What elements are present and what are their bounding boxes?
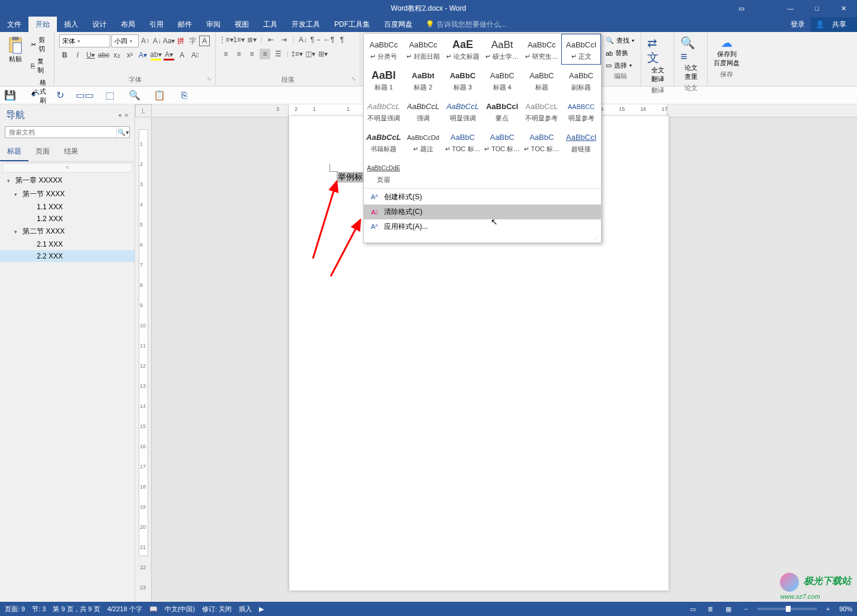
style-cell[interactable]: AaBbCcL强调 bbox=[404, 95, 443, 126]
tab-home[interactable]: 开始 bbox=[28, 17, 57, 32]
format-painter-button[interactable]: 🖌格式刷 bbox=[28, 77, 52, 106]
tab-view[interactable]: 视图 bbox=[228, 17, 256, 32]
jump-to-top[interactable]: ≡ bbox=[2, 163, 132, 173]
share-button[interactable]: 👤 共享 bbox=[811, 17, 857, 32]
status-spelling-icon[interactable]: 📖 bbox=[149, 605, 158, 613]
font-size-combo[interactable]: 小四▾ bbox=[111, 34, 139, 47]
style-cell[interactable]: AaBbCcl要点 bbox=[482, 95, 522, 126]
tree-item[interactable]: 2.2 XXX bbox=[0, 250, 135, 262]
ribbon-display-icon[interactable]: ▭ bbox=[733, 0, 750, 17]
status-section[interactable]: 节: 3 bbox=[32, 605, 46, 614]
tab-developer[interactable]: 开发工具 bbox=[284, 17, 327, 32]
style-cell[interactable]: AaBbC标题 bbox=[522, 65, 562, 95]
style-cell[interactable]: AaBbC标题 4 bbox=[482, 65, 522, 95]
status-track[interactable]: 修订: 关闭 bbox=[202, 605, 232, 614]
char-border-button[interactable]: 字 bbox=[187, 36, 198, 46]
italic-button[interactable]: I bbox=[72, 50, 83, 60]
translate-button[interactable]: ⇄文 全文 翻译 bbox=[644, 33, 671, 86]
style-cell[interactable]: AaBbCcL明显强调 bbox=[443, 95, 482, 126]
find-button[interactable]: 🔍查找▾ bbox=[605, 34, 636, 47]
style-cell[interactable]: AaBl标题 1 bbox=[364, 65, 404, 95]
tree-item[interactable]: 2.1 XXX bbox=[0, 238, 135, 250]
tab-insert[interactable]: 插入 bbox=[57, 17, 85, 32]
ruler-corner[interactable]: L bbox=[135, 104, 152, 117]
qat-icon-2[interactable]: ⬚ bbox=[104, 90, 115, 101]
enclose-char-button[interactable]: A bbox=[199, 36, 210, 46]
distribute-button[interactable]: ☰ bbox=[273, 49, 283, 59]
borders-button[interactable]: ⊞▾ bbox=[318, 49, 328, 59]
justify-button[interactable]: ≡ bbox=[260, 49, 270, 59]
style-cell[interactable]: AaE↵ 论文标题 bbox=[443, 34, 482, 65]
style-cell[interactable]: AaBbCc↵ 分类号 bbox=[364, 34, 404, 65]
tab-baidu[interactable]: 百度网盘 bbox=[377, 17, 420, 32]
minimize-button[interactable]: — bbox=[777, 0, 804, 17]
tab-mailings[interactable]: 邮件 bbox=[171, 17, 199, 32]
tree-item[interactable]: 1.1 XXX bbox=[0, 201, 135, 213]
style-cell[interactable]: AaBbC副标题 bbox=[561, 65, 601, 95]
bullets-button[interactable]: ⋮≡▾ bbox=[220, 34, 231, 45]
decrease-indent-button[interactable]: ⇤ bbox=[266, 34, 276, 45]
bold-button[interactable]: B bbox=[59, 50, 70, 60]
tab-tools[interactable]: 工具 bbox=[256, 17, 284, 32]
align-right-button[interactable]: ≡ bbox=[247, 49, 257, 59]
subscript-button[interactable]: x₂ bbox=[111, 50, 122, 60]
change-case-button[interactable]: Aa▾ bbox=[164, 36, 174, 46]
thesis-button[interactable]: 🔍≡ 论文 查重 bbox=[677, 33, 705, 84]
paragraph-launcher[interactable]: ⤡ bbox=[351, 76, 356, 82]
clear-format-button[interactable]: A⃠ bbox=[190, 50, 200, 60]
resize-grip[interactable]: ⋰ bbox=[364, 235, 601, 242]
zoom-in-button[interactable]: + bbox=[821, 605, 834, 612]
zoom-value[interactable]: 90% bbox=[839, 605, 852, 612]
status-page[interactable]: 页面: 9 bbox=[5, 605, 25, 614]
login-link[interactable]: 登录 bbox=[785, 20, 811, 30]
tab-design[interactable]: 设计 bbox=[85, 17, 114, 32]
style-cell[interactable]: AaBbCcI超链接 bbox=[561, 126, 601, 157]
line-spacing-button[interactable]: ‡≡▾ bbox=[292, 49, 302, 59]
tell-me-input[interactable]: 💡告诉我您想要做什么... bbox=[426, 17, 507, 32]
qat-icon-4[interactable]: 📋 bbox=[154, 90, 165, 101]
grow-font-button[interactable]: A↑ bbox=[140, 36, 151, 46]
tree-item[interactable]: ▾第一章 XXXXX bbox=[0, 174, 135, 187]
align-center-button[interactable]: ≡ bbox=[234, 49, 244, 59]
status-insert[interactable]: 插入 bbox=[239, 605, 252, 614]
status-page-of[interactable]: 第 9 页，共 9 页 bbox=[53, 605, 100, 614]
sort-button[interactable]: A↓ bbox=[298, 34, 308, 45]
qat-icon-3[interactable]: 🔍 bbox=[129, 90, 140, 101]
view-print-icon[interactable]: ≣ bbox=[704, 605, 717, 613]
styles-menu-item[interactable]: Aᴬ应用样式(A)... bbox=[364, 219, 601, 234]
view-read-icon[interactable]: ▭ bbox=[686, 605, 699, 613]
tree-item[interactable]: ▾第一节 XXXX bbox=[0, 187, 135, 201]
font-family-combo[interactable]: 宋体▾ bbox=[59, 34, 110, 47]
styles-menu-item[interactable]: Aᴬ创建样式(S) bbox=[364, 190, 601, 205]
increase-indent-button[interactable]: ⇥ bbox=[279, 34, 289, 45]
shading-button[interactable]: ◫▾ bbox=[305, 49, 315, 59]
status-macro-icon[interactable]: ▶ bbox=[259, 605, 264, 613]
nav-dropdown-icon[interactable]: ▾ bbox=[119, 112, 121, 119]
style-cell[interactable]: AaBbC↵ TOC 标… bbox=[443, 126, 482, 157]
shrink-font-button[interactable]: A↓ bbox=[152, 36, 162, 46]
rtl-button[interactable]: ←¶ bbox=[324, 34, 334, 45]
style-cell[interactable]: AaBbCcL书籍标题 bbox=[364, 126, 404, 157]
styles-menu-item[interactable]: A⃠清除格式(C) bbox=[364, 205, 601, 219]
underline-button[interactable]: U▾ bbox=[85, 50, 96, 60]
vertical-ruler[interactable]: 123456789101112131415161718192021222324 bbox=[135, 117, 152, 602]
show-marks-button[interactable]: ¶ bbox=[337, 34, 347, 45]
strike-button[interactable]: abc bbox=[98, 50, 109, 60]
tab-layout[interactable]: 布局 bbox=[114, 17, 142, 32]
tab-review[interactable]: 审阅 bbox=[199, 17, 228, 32]
align-left-button[interactable]: ≡ bbox=[220, 49, 231, 59]
zoom-slider[interactable] bbox=[757, 608, 817, 610]
style-cell[interactable]: AaBbCcL不明显强调 bbox=[364, 95, 404, 126]
style-cell[interactable]: AaBbCc↵ 研究生… bbox=[522, 34, 562, 65]
tree-item[interactable]: 1.2 XXX bbox=[0, 213, 135, 225]
tree-item[interactable]: ▾第二节 XXXX bbox=[0, 225, 135, 238]
qat-icon-1[interactable]: ▭▭ bbox=[79, 90, 90, 101]
style-cell[interactable]: AaBbt标题 2 bbox=[404, 65, 443, 95]
status-lang[interactable]: 中文(中国) bbox=[165, 605, 195, 614]
style-cell[interactable]: AaBbC↵ TOC 标… bbox=[482, 126, 522, 157]
tab-file[interactable]: 文件 bbox=[0, 17, 28, 32]
ltr-button[interactable]: ¶→ bbox=[311, 34, 321, 45]
select-button[interactable]: ▭选择▾ bbox=[605, 59, 636, 72]
style-cell[interactable]: AaBt↵ 硕士学… bbox=[482, 34, 522, 65]
nav-search[interactable]: 🔍▾ bbox=[5, 126, 130, 138]
